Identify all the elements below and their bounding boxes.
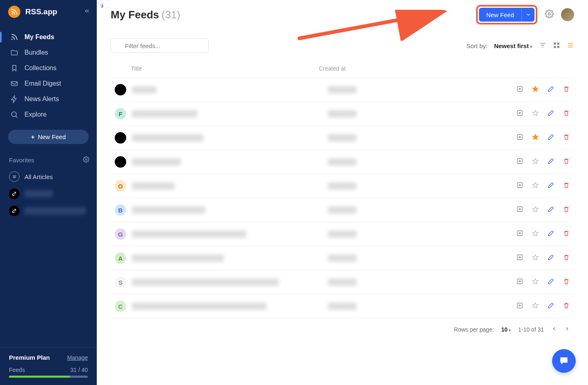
- edit-icon[interactable]: [547, 302, 555, 311]
- table-row[interactable]: G: [111, 222, 574, 246]
- nav-my-feeds[interactable]: My Feeds: [0, 29, 97, 45]
- table-row[interactable]: B: [111, 198, 574, 222]
- plan-name: Premium Plan: [9, 354, 50, 361]
- favorite-feed-item[interactable]: [0, 185, 97, 202]
- delete-icon[interactable]: [563, 85, 570, 94]
- chat-bubble[interactable]: [552, 349, 576, 373]
- edit-icon[interactable]: [547, 254, 555, 263]
- manage-link[interactable]: Manage: [67, 354, 88, 361]
- sidebar: RSS.app My Feeds Bundles Collections Ema…: [0, 0, 97, 385]
- edit-icon[interactable]: [547, 109, 555, 118]
- star-icon[interactable]: [532, 157, 539, 166]
- add-to-bundle-icon[interactable]: [516, 181, 523, 190]
- star-icon[interactable]: [532, 181, 539, 190]
- sidebar-collapse-button[interactable]: [84, 8, 90, 16]
- add-to-bundle-icon[interactable]: [516, 85, 523, 94]
- star-icon[interactable]: [532, 85, 539, 94]
- star-icon[interactable]: [532, 278, 539, 287]
- add-to-bundle-icon[interactable]: [516, 302, 523, 311]
- page-title: My Feeds: [111, 9, 159, 21]
- edit-icon[interactable]: [547, 133, 555, 142]
- add-to-bundle-icon[interactable]: [516, 230, 523, 239]
- redacted-title: [132, 254, 224, 262]
- filter-icon[interactable]: [539, 42, 546, 50]
- new-feed-label[interactable]: New Feed: [479, 11, 521, 18]
- pager: Rows per page: 10 1-10 of 31: [111, 319, 574, 340]
- nav-news-alerts[interactable]: News Alerts: [0, 91, 97, 107]
- svg-point-4: [85, 159, 87, 160]
- star-icon[interactable]: [532, 109, 539, 118]
- new-feed-dropdown[interactable]: [521, 8, 535, 22]
- favorites-header: Favorites: [0, 144, 97, 168]
- redacted-title: [132, 206, 205, 214]
- delete-icon[interactable]: [563, 254, 570, 263]
- table-row[interactable]: O: [111, 174, 574, 198]
- delete-icon[interactable]: [563, 133, 570, 142]
- redacted-title: [132, 134, 203, 142]
- delete-icon[interactable]: [563, 278, 570, 287]
- redacted-created-at: [328, 303, 356, 310]
- list-view-icon[interactable]: [567, 42, 574, 50]
- delete-icon[interactable]: [563, 181, 570, 190]
- nav-bundles[interactable]: Bundles: [0, 45, 97, 60]
- favorite-feed-item[interactable]: [0, 202, 97, 219]
- add-to-bundle-icon[interactable]: [516, 278, 523, 287]
- filter-input[interactable]: [111, 38, 209, 53]
- settings-icon[interactable]: [545, 9, 554, 20]
- edit-icon[interactable]: [547, 85, 555, 94]
- add-to-bundle-icon[interactable]: [516, 254, 523, 263]
- star-icon[interactable]: [532, 230, 539, 239]
- star-icon[interactable]: [532, 254, 539, 263]
- feed-letter-icon: O: [115, 180, 126, 192]
- sidebar-new-feed-button[interactable]: + New Feed: [8, 130, 89, 144]
- table-row[interactable]: [111, 78, 574, 102]
- new-feed-button[interactable]: New Feed: [479, 8, 535, 22]
- table-row[interactable]: [111, 150, 574, 174]
- edit-icon[interactable]: [547, 206, 555, 215]
- nav-collections[interactable]: Collections: [0, 60, 97, 76]
- tiktok-icon: [115, 156, 126, 168]
- edit-icon[interactable]: [547, 278, 555, 287]
- svg-point-1: [11, 39, 13, 40]
- nav-explore[interactable]: Explore: [0, 107, 97, 122]
- user-avatar[interactable]: [561, 8, 574, 21]
- redacted-created-at: [328, 254, 356, 262]
- add-to-bundle-icon[interactable]: [516, 109, 523, 118]
- table-row[interactable]: [111, 126, 574, 150]
- edit-icon[interactable]: [547, 157, 555, 166]
- table-row[interactable]: C: [111, 294, 574, 319]
- delete-icon[interactable]: [563, 157, 570, 166]
- rpp-value[interactable]: 10: [501, 326, 511, 333]
- add-to-bundle-icon[interactable]: [516, 206, 523, 215]
- delete-icon[interactable]: [563, 302, 570, 311]
- nav-email-digest[interactable]: Email Digest: [0, 76, 97, 91]
- app-logo[interactable]: [8, 6, 20, 18]
- edit-icon[interactable]: [547, 230, 555, 239]
- prev-page-button[interactable]: [551, 326, 557, 333]
- grid-view-icon[interactable]: [553, 42, 560, 50]
- table-row[interactable]: A: [111, 246, 574, 270]
- next-page-button[interactable]: [564, 326, 570, 333]
- redacted-created-at: [328, 279, 356, 286]
- nav-label: Explore: [24, 111, 47, 118]
- sort-value[interactable]: Newest first: [494, 42, 532, 49]
- favorites-all-articles[interactable]: ≡ All Articles: [0, 168, 97, 185]
- table-row[interactable]: S: [111, 270, 574, 294]
- edit-icon[interactable]: [547, 181, 555, 190]
- delete-icon[interactable]: [563, 109, 570, 118]
- add-to-bundle-icon[interactable]: [516, 133, 523, 142]
- delete-icon[interactable]: [563, 206, 570, 215]
- redacted-created-at: [328, 158, 356, 166]
- redacted-created-at: [328, 86, 356, 93]
- main-content: My Feeds (31) New Feed Sort by:: [97, 0, 588, 385]
- star-icon[interactable]: [532, 133, 539, 142]
- delete-icon[interactable]: [563, 230, 570, 239]
- add-to-bundle-icon[interactable]: [516, 157, 523, 166]
- all-articles-label: All Articles: [24, 173, 53, 180]
- star-icon[interactable]: [532, 206, 539, 215]
- nav-label: Collections: [24, 64, 56, 72]
- feed-letter-icon: G: [115, 228, 126, 240]
- table-row[interactable]: F: [111, 102, 574, 126]
- star-icon[interactable]: [532, 302, 539, 311]
- favorites-settings-icon[interactable]: [83, 156, 89, 164]
